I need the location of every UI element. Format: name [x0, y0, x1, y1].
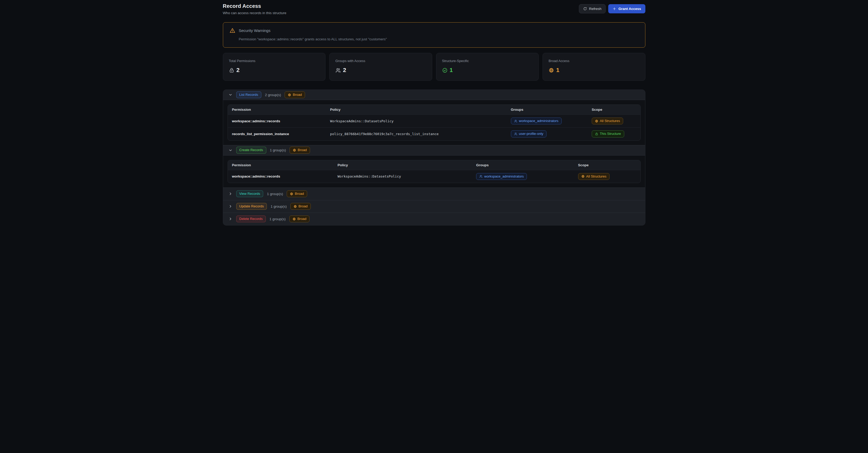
permissions-table: Permission Policy Groups Scope workspace…	[228, 105, 641, 140]
broad-scope-badge: Broad	[285, 91, 305, 98]
security-warnings-title: Security Warnings	[239, 28, 271, 33]
stat-value: 2	[343, 67, 346, 74]
column-header-permission: Permission	[228, 160, 334, 170]
page-header: Record Access Who can access records in …	[223, 3, 645, 15]
permission-cell: workspace::admins::records	[228, 170, 334, 183]
record-access-page: Record Access Who can access records in …	[217, 0, 651, 232]
section-list-records: List Records 2 group(s) Broad Permission…	[223, 90, 645, 145]
header-actions: Refresh Grant Access	[579, 3, 645, 13]
refresh-icon	[583, 7, 587, 11]
refresh-button-label: Refresh	[589, 7, 601, 11]
globe-icon	[581, 175, 585, 178]
column-header-policy: Policy	[333, 160, 472, 170]
users-icon	[335, 67, 341, 73]
section-body-list-records: Permission Policy Groups Scope workspace…	[223, 100, 645, 145]
policy-cell: policy_88766b41f9e88c76019c3a7c_records_…	[326, 128, 507, 140]
group-count: 2 group(s)	[265, 93, 281, 97]
group-count: 1 group(s)	[270, 217, 286, 221]
permissions-accordion: List Records 2 group(s) Broad Permission…	[223, 89, 645, 225]
table-row: workspace::admins::records WorkspaceAdmi…	[228, 115, 641, 128]
permission-type-badge: Update Records	[236, 203, 267, 210]
stat-label: Total Permissions	[229, 59, 320, 63]
security-warnings-header: Security Warnings	[229, 28, 639, 33]
section-create-records: Create Records 1 group(s) Broad Permissi…	[223, 145, 645, 188]
scope-badge: This Structure	[592, 131, 624, 137]
column-header-policy: Policy	[326, 105, 507, 115]
warning-triangle-icon	[229, 28, 236, 33]
permission-type-badge: List Records	[236, 91, 261, 98]
users-icon	[479, 175, 483, 178]
permission-type-badge: Create Records	[236, 147, 266, 153]
group-count: 1 group(s)	[270, 148, 286, 152]
stat-label: Structure-Specific	[442, 59, 533, 63]
users-icon	[514, 132, 518, 136]
table-row: workspace::admins::records WorkspaceAdmi…	[228, 170, 641, 183]
globe-icon	[292, 217, 296, 221]
column-header-groups: Groups	[507, 105, 588, 115]
refresh-button[interactable]: Refresh	[579, 4, 606, 13]
plus-icon	[612, 7, 616, 11]
permissions-table: Permission Policy Groups Scope workspace…	[228, 160, 641, 183]
section-body-create-records: Permission Policy Groups Scope workspace…	[223, 155, 645, 188]
globe-icon	[549, 67, 554, 73]
globe-icon	[293, 148, 296, 152]
group-count: 1 group(s)	[267, 192, 283, 196]
stats-row: Total Permissions 2 Groups with Access 2…	[223, 53, 645, 81]
permission-type-badge: Delete Records	[236, 216, 266, 222]
lock-icon	[229, 67, 235, 73]
table-row: records_list_permission_instance policy_…	[228, 128, 641, 140]
chevron-right-icon	[228, 204, 232, 208]
page-titles: Record Access Who can access records in …	[223, 3, 286, 15]
stat-card-total-permissions: Total Permissions 2	[223, 53, 326, 81]
groups-cell: workspace_administrators	[472, 170, 574, 183]
chevron-down-icon	[228, 148, 232, 152]
group-badge[interactable]: workspace_administrators	[511, 118, 562, 124]
section-header-list-records[interactable]: List Records 2 group(s) Broad	[223, 90, 645, 100]
column-header-scope: Scope	[588, 105, 641, 115]
stat-card-structure-specific: Structure-Specific 1	[436, 53, 539, 81]
globe-icon	[293, 205, 297, 208]
broad-scope-badge: Broad	[287, 190, 307, 197]
section-header-view-records[interactable]: View Records 1 group(s) Broad	[223, 188, 645, 200]
scope-cell: This Structure	[588, 128, 641, 140]
stat-card-broad-access: Broad Access 1	[542, 53, 645, 81]
security-warnings-card: Security Warnings Permission "workspace:…	[223, 22, 645, 48]
section-view-records: View Records 1 group(s) Broad	[223, 188, 645, 200]
section-header-delete-records[interactable]: Delete Records 1 group(s) Broad	[223, 213, 645, 225]
groups-cell: workspace_administrators	[507, 115, 588, 128]
section-delete-records: Delete Records 1 group(s) Broad	[223, 213, 645, 225]
section-header-update-records[interactable]: Update Records 1 group(s) Broad	[223, 200, 645, 213]
chevron-right-icon	[228, 192, 232, 196]
stat-value: 1	[450, 67, 453, 74]
group-badge[interactable]: user-profile-only	[511, 131, 547, 137]
section-update-records: Update Records 1 group(s) Broad	[223, 200, 645, 213]
scope-cell: All Structures	[588, 115, 641, 128]
broad-scope-badge: Broad	[290, 203, 311, 210]
users-icon	[514, 119, 518, 123]
grant-access-button[interactable]: Grant Access	[608, 4, 645, 13]
stat-label: Broad Access	[549, 59, 640, 63]
column-header-groups: Groups	[472, 160, 574, 170]
globe-icon	[290, 192, 293, 196]
groups-cell: user-profile-only	[507, 128, 588, 140]
table-header-row: Permission Policy Groups Scope	[228, 160, 641, 170]
scope-badge: All Structures	[578, 173, 610, 180]
group-count: 1 group(s)	[271, 204, 287, 208]
column-header-permission: Permission	[228, 105, 326, 115]
chevron-down-icon	[228, 93, 232, 97]
scope-cell: All Structures	[574, 170, 641, 183]
policy-cell: WorkspaceAdmins::DatasetsPolicy	[326, 115, 507, 128]
stat-value: 1	[556, 67, 559, 74]
permission-cell: records_list_permission_instance	[228, 128, 326, 140]
page-title: Record Access	[223, 3, 286, 9]
grant-access-button-label: Grant Access	[618, 7, 641, 11]
broad-scope-badge: Broad	[289, 147, 310, 153]
policy-cell: WorkspaceAdmins::DatasetsPolicy	[333, 170, 472, 183]
globe-icon	[288, 93, 291, 96]
section-header-create-records[interactable]: Create Records 1 group(s) Broad	[223, 145, 645, 155]
table-header-row: Permission Policy Groups Scope	[228, 105, 641, 115]
globe-icon	[595, 119, 598, 123]
chevron-right-icon	[228, 217, 232, 221]
group-badge[interactable]: workspace_administrators	[476, 173, 527, 180]
broad-scope-badge: Broad	[289, 216, 310, 222]
